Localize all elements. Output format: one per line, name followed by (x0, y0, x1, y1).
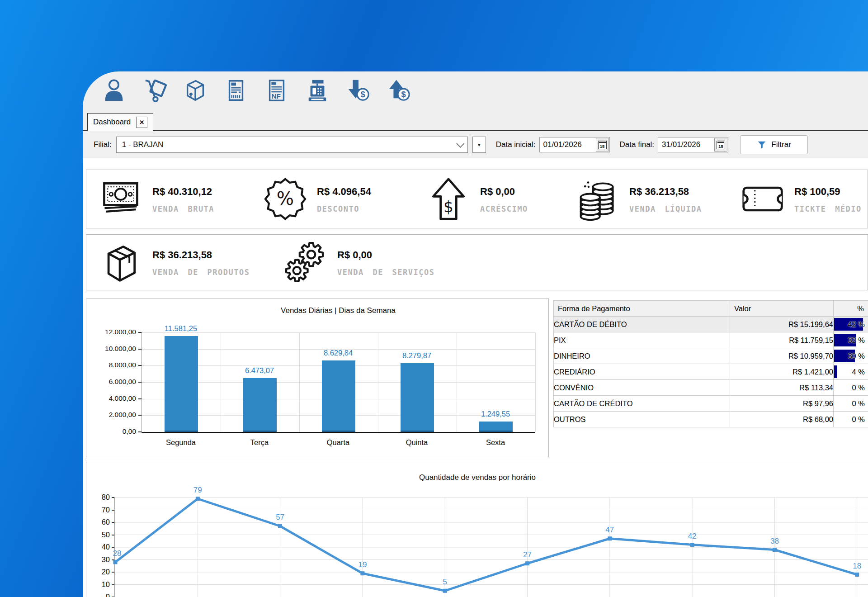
line-ytick-mark (112, 535, 114, 535)
payment-method: CREDIÁRIO (554, 364, 730, 380)
payment-percent-cell: 0 % (834, 380, 868, 396)
filtrar-button[interactable]: Filtrar (740, 135, 808, 154)
data-final-calendar-button[interactable]: 15 (714, 138, 727, 152)
line-point-label: 19 (358, 560, 367, 569)
kpi-label: VENDA BRUTA (152, 204, 214, 213)
kpi-value: R$ 4.096,54 (317, 186, 371, 198)
line-point (196, 497, 200, 501)
bar-gridline-v (221, 332, 221, 432)
payment-method: CARTÃO DE DÉBITO (554, 317, 730, 332)
calendar-icon: 15 (598, 141, 607, 149)
charts-row: Vendas Diárias | Dias da Semana 0,002.00… (83, 298, 868, 456)
desktop-background: NF$$ Dashboard ✕ Filial: 1 - BRAJAN ▼ Da… (0, 0, 868, 597)
money-in-icon[interactable]: $ (346, 78, 370, 103)
payment-row-cart-o-de-cr-dito[interactable]: CARTÃO DE CRÉDITOR$ 97,960 % (554, 396, 868, 412)
trolley-icon[interactable] (142, 78, 167, 103)
line-ytick-label: 80 (86, 493, 110, 502)
filial-dropdown-button[interactable]: ▼ (472, 137, 486, 153)
line-point (855, 573, 859, 577)
payment-row-pix[interactable]: PIXR$ 11.759,1532 % (554, 332, 868, 348)
filter-bar: Filial: 1 - BRAJAN ▼ Data inicial: 01/01… (83, 131, 868, 159)
percent-label: 0 % (852, 396, 865, 411)
dashboard-content: R$ 40.310,12VENDA BRUTA%R$ 4.096,54DESCO… (83, 158, 868, 597)
payment-row-credi-rio[interactable]: CREDIÁRIOR$ 1.421,004 % (554, 364, 868, 380)
line-point-label: 27 (523, 550, 532, 559)
line-point-label: 38 (770, 537, 779, 545)
bar-xtick-label: Segunda (142, 438, 220, 447)
bar-quinta (401, 363, 434, 432)
package-icon[interactable] (183, 78, 208, 103)
kpi-value: R$ 40.310,12 (152, 186, 214, 198)
dropdown-arrow-icon: ▼ (477, 142, 481, 147)
money-out-icon[interactable]: $ (387, 78, 411, 103)
bar-ytick-label: 12.000,00 (86, 328, 136, 336)
bar-gridline-v (299, 332, 300, 432)
invoice-icon[interactable] (224, 78, 248, 103)
tab-strip: Dashboard ✕ (83, 109, 868, 131)
money-bill-icon (99, 176, 142, 222)
payment-row-dinheiro[interactable]: DINHEIROR$ 10.959,7030 % (554, 348, 868, 364)
kpi-label: ACRÉSCIMO (480, 204, 528, 213)
line-point (690, 543, 694, 547)
bar-xtick-label: Terça (220, 438, 299, 447)
payment-value: R$ 97,96 (730, 396, 834, 412)
percent-label: 0 % (852, 412, 865, 427)
cash-register-icon[interactable] (305, 78, 330, 103)
line-point (360, 571, 364, 575)
payment-row-conv-nio[interactable]: CONVÊNIOR$ 113,340 % (554, 380, 868, 396)
bar-ytick-mark (138, 415, 142, 416)
line-ytick-mark (112, 572, 114, 573)
tab-dashboard[interactable]: Dashboard ✕ (87, 113, 153, 131)
payment-row-cart-o-de-d-bito[interactable]: CARTÃO DE DÉBITOR$ 15.199,6442 % (554, 317, 868, 332)
bar-ytick-mark (138, 398, 142, 399)
bar-ytick-mark (138, 332, 142, 333)
percent-label: 4 % (852, 364, 865, 379)
payment-row-outros[interactable]: OUTROSR$ 68,000 % (554, 412, 868, 427)
tab-close-icon[interactable]: ✕ (136, 117, 147, 128)
kpi-panel-bottom: R$ 36.213,58VENDA DE PRODUTOSR$ 0,00VEND… (86, 234, 868, 290)
line-ytick-mark (112, 559, 114, 560)
kpi-panel-top: R$ 40.310,12VENDA BRUTA%R$ 4.096,54DESCO… (86, 170, 868, 228)
line-ytick-label: 50 (86, 531, 110, 539)
line-ytick-label: 0 (86, 592, 110, 597)
filial-select[interactable]: 1 - BRAJAN (116, 137, 468, 153)
bar-ytick-mark (138, 431, 142, 432)
line-point (113, 560, 118, 564)
chevron-down-icon (456, 139, 464, 147)
bar-segunda (165, 336, 198, 432)
payment-value: R$ 113,34 (730, 380, 834, 396)
percent-label: 32 % (848, 332, 865, 348)
data-inicial-label: Data inicial: (496, 140, 536, 149)
data-inicial-value: 01/01/2026 (540, 140, 596, 149)
line-point (608, 536, 612, 540)
line-ytick-mark (112, 510, 114, 511)
data-final-value: 31/01/2026 (658, 140, 714, 149)
bar-ytick-label: 6.000,00 (86, 378, 136, 386)
payment-value: R$ 11.759,15 (730, 332, 834, 348)
bar-chart-title: Vendas Diárias | Dias da Semana (142, 306, 535, 315)
line-ytick-label: 70 (86, 506, 110, 514)
kpi-value: R$ 0,00 (337, 249, 435, 261)
filial-selected-value: 1 - BRAJAN (122, 140, 164, 149)
bar-quarta (322, 360, 355, 432)
hourly-sales-line-chart: Quantidade de vendas por horário 2879571… (86, 462, 868, 597)
svg-text:NF: NF (271, 92, 281, 100)
kpi-venda-de-servi-os: R$ 0,00VENDA DE SERVIÇOS (284, 235, 435, 290)
percent-label: 0 % (852, 380, 865, 395)
product-box-icon (99, 239, 142, 285)
payment-percent-cell: 0 % (834, 412, 868, 427)
line-point (773, 548, 777, 552)
kpi-label: VENDA LÍQUIDA (629, 204, 702, 213)
payment-percent-cell: 0 % (834, 396, 868, 412)
data-inicial-field[interactable]: 01/01/2026 15 (539, 137, 610, 152)
person-icon[interactable] (102, 78, 126, 103)
bar-ytick-mark (138, 349, 142, 350)
bar-sexta (479, 422, 513, 432)
data-inicial-calendar-button[interactable]: 15 (596, 138, 609, 152)
data-final-field[interactable]: 31/01/2026 15 (658, 137, 728, 152)
kpi-venda-de-produtos: R$ 36.213,58VENDA DE PRODUTOS (99, 235, 250, 290)
line-point (443, 589, 447, 593)
payment-table-header: Valor (730, 301, 834, 317)
nf-document-icon[interactable]: NF (264, 78, 289, 103)
line-point-label: 5 (443, 578, 447, 586)
